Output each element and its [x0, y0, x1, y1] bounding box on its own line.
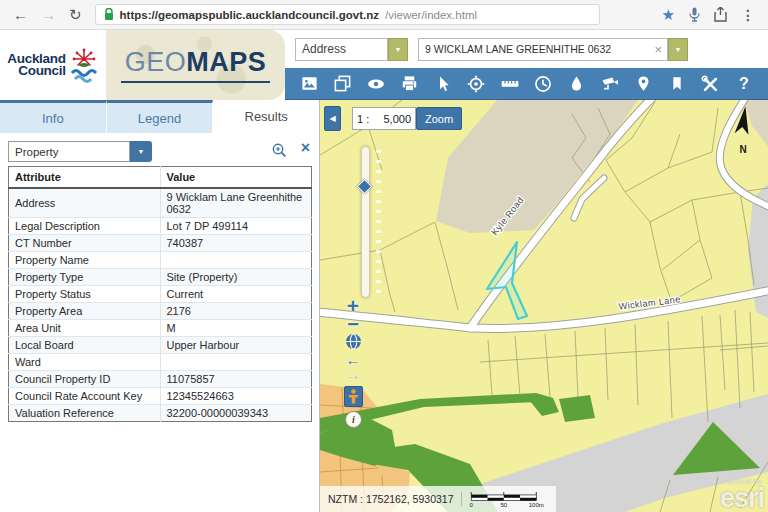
water-drop-icon[interactable] — [567, 74, 587, 94]
north-arrow: N — [730, 104, 756, 155]
table-row: Ward — [9, 354, 312, 371]
map-viewport[interactable]: Kyle Road Wicklam Lane N ◀ 1 : 5,000 Zoo… — [320, 100, 768, 512]
value-cell — [160, 354, 312, 371]
geomaps-banner: GEOMAPS — [106, 30, 285, 100]
table-row: Area UnitM — [9, 320, 312, 337]
attr-cell: Address — [9, 188, 161, 218]
esri-logo: Powered by esri — [720, 479, 764, 512]
scale-value: 5,000 — [369, 113, 411, 125]
bookmark-icon[interactable] — [667, 74, 687, 94]
value-cell: 11075857 — [160, 371, 312, 388]
value-cell: 12345524663 — [160, 388, 312, 405]
layer-select[interactable]: Property — [8, 141, 130, 162]
map-status-bar: NZTM : 1752162, 5930317 0 50 100m — [320, 486, 556, 512]
street-pin-icon[interactable] — [634, 74, 654, 94]
council-logo-line2: Council — [7, 65, 65, 78]
measure-ruler-icon[interactable] — [500, 74, 520, 94]
visibility-eye-icon[interactable] — [366, 74, 386, 94]
attr-cell: CT Number — [9, 235, 161, 252]
street-view-pegman-button[interactable] — [344, 386, 363, 407]
search-input[interactable]: 9 WICKLAM LANE GREENHITHE 0632 × — [418, 38, 668, 61]
reload-icon[interactable]: ↻ — [69, 7, 82, 22]
value-cell: 2176 — [160, 303, 312, 320]
layer-select-dropdown-icon[interactable]: ▼ — [130, 141, 152, 162]
scale-bar: 0 50 100m — [468, 488, 548, 510]
lock-icon — [104, 8, 114, 21]
search-type-dropdown-icon[interactable]: ▼ — [388, 38, 408, 61]
map-toolbar: ? — [285, 68, 768, 100]
locate-target-icon[interactable] — [466, 74, 486, 94]
tab-legend[interactable]: Legend — [107, 100, 214, 133]
scalebar-end-label: 100m — [529, 501, 544, 508]
attr-cell: Property Area — [9, 303, 161, 320]
print-icon[interactable] — [399, 74, 419, 94]
tools-icon[interactable] — [700, 74, 720, 94]
collapse-panel-icon[interactable]: ◀ — [324, 106, 341, 131]
pointer-icon[interactable] — [433, 74, 453, 94]
close-results-icon[interactable]: × — [301, 139, 310, 157]
browser-bar: ← → ↻ https://geomapspublic.aucklandcoun… — [0, 0, 768, 30]
zoom-button[interactable]: Zoom — [416, 107, 462, 130]
bookmark-star-icon[interactable]: ★ — [662, 6, 675, 24]
value-cell: 9 Wicklam Lane Greenhithe 0632 — [160, 188, 312, 218]
app-title-maps: MAPS — [186, 47, 266, 77]
value-cell: Upper Harbour — [160, 337, 312, 354]
layers-icon[interactable] — [332, 74, 352, 94]
panel-tabs: Info Legend Results — [0, 100, 319, 133]
scalebar-mid-label: 50 — [501, 501, 508, 508]
attr-cell: Council Rate Account Key — [9, 388, 161, 405]
share-icon[interactable] — [714, 7, 727, 22]
table-row: Local BoardUpper Harbour — [9, 337, 312, 354]
next-extent-button[interactable]: → — [342, 366, 364, 383]
tab-info[interactable]: Info — [0, 100, 107, 133]
value-cell: Lot 7 DP 499114 — [160, 218, 312, 235]
back-icon[interactable]: ← — [13, 7, 28, 22]
map-canvas[interactable]: Kyle Road Wicklam Lane — [320, 100, 768, 512]
forward-icon[interactable]: → — [41, 7, 56, 22]
value-cell: M — [160, 320, 312, 337]
app-header: Auckland Council GEOMAPS Address ▼ 9 WIC… — [0, 30, 768, 100]
app-title: GEOMAPS — [121, 47, 271, 83]
table-row: Property TypeSite (Property) — [9, 269, 312, 286]
value-cell: Site (Property) — [160, 269, 312, 286]
table-row: Address9 Wicklam Lane Greenhithe 0632 — [9, 188, 312, 218]
help-icon[interactable]: ? — [734, 74, 754, 94]
history-clock-icon[interactable] — [533, 74, 553, 94]
results-panel: Info Legend Results Property ▼ × Attribu… — [0, 100, 320, 512]
tab-results[interactable]: Results — [213, 100, 319, 133]
zoom-slider-ticks — [376, 150, 381, 295]
table-row: CT Number740387 — [9, 235, 312, 252]
attr-cell: Property Type — [9, 269, 161, 286]
app-title-geo: GEO — [125, 47, 187, 77]
results-toolbar: Property ▼ × — [0, 133, 319, 166]
attr-cell: Local Board — [9, 337, 161, 354]
column-header-value: Value — [160, 167, 312, 189]
search-options-dropdown-icon[interactable]: ▼ — [668, 38, 688, 61]
table-row: Legal DescriptionLot 7 DP 499114 — [9, 218, 312, 235]
attr-cell: Area Unit — [9, 320, 161, 337]
map-info-button[interactable]: i — [345, 411, 362, 428]
search-row: Address ▼ 9 WICKLAM LANE GREENHITHE 0632… — [285, 30, 768, 68]
url-bar[interactable]: https://geomapspublic.aucklandcouncil.go… — [95, 4, 600, 25]
mic-icon[interactable] — [689, 7, 700, 22]
search-type-select[interactable]: Address — [295, 38, 388, 61]
table-row: Council Property ID11075857 — [9, 371, 312, 388]
table-row: Property Name — [9, 252, 312, 269]
council-logo: Auckland Council — [0, 30, 106, 100]
table-row: Council Rate Account Key12345524663 — [9, 388, 312, 405]
browser-menu-icon[interactable]: ⋮ — [741, 7, 755, 23]
clear-search-icon[interactable]: × — [649, 42, 667, 57]
zoom-slider-track[interactable] — [361, 146, 370, 298]
zoom-to-result-icon[interactable] — [271, 142, 287, 162]
search-input-value: 9 WICKLAM LANE GREENHITHE 0632 — [419, 43, 649, 55]
scale-prefix: 1 : — [357, 113, 369, 125]
scale-input[interactable]: 1 : 5,000 — [352, 107, 416, 130]
cctv-camera-icon[interactable] — [600, 74, 620, 94]
nztm-coordinates: NZTM : 1752162, 5930317 — [328, 493, 454, 505]
status-divider — [461, 492, 462, 506]
table-row: Valuation Reference32200-00000039343 — [9, 405, 312, 422]
attr-cell: Valuation Reference — [9, 405, 161, 422]
value-cell: 32200-00000039343 — [160, 405, 312, 422]
basemap-icon[interactable] — [299, 74, 319, 94]
north-label: N — [730, 144, 756, 155]
